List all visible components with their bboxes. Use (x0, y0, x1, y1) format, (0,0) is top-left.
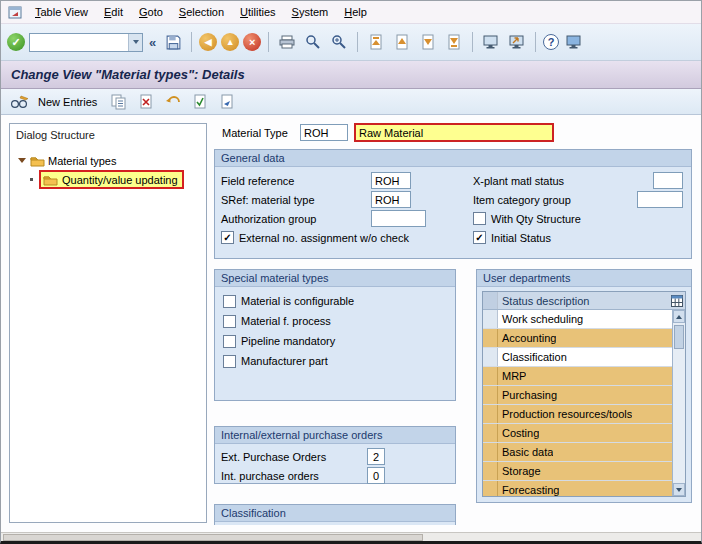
display-change-icon[interactable] (9, 91, 31, 113)
field-reference-field[interactable]: ROH (371, 172, 411, 189)
undo-icon[interactable] (162, 91, 184, 113)
row-selector[interactable] (483, 443, 498, 461)
collapse-icon[interactable]: « (147, 35, 158, 50)
exit-icon[interactable]: ▲ (221, 33, 239, 51)
int-purchase-orders-field[interactable]: 0 (367, 467, 385, 484)
user-department-label[interactable]: Basic data (498, 446, 553, 458)
select-all-column[interactable] (483, 292, 498, 309)
user-department-row[interactable]: Classification (483, 348, 672, 367)
user-department-row[interactable]: Accounting (483, 329, 672, 348)
user-department-label[interactable]: Purchasing (498, 389, 557, 401)
row-selector[interactable] (483, 405, 498, 423)
user-department-row[interactable]: Forecasting (483, 481, 672, 496)
material-type-row: Material Type ROH Raw Material (214, 123, 554, 142)
next-page-icon[interactable] (417, 31, 439, 53)
row-selector[interactable] (483, 481, 498, 496)
user-department-label[interactable]: Accounting (498, 332, 556, 344)
new-entries-button[interactable]: New Entries (36, 94, 103, 110)
user-department-row[interactable]: Purchasing (483, 386, 672, 405)
find-next-icon[interactable] (328, 31, 350, 53)
user-department-row[interactable]: Costing (483, 424, 672, 443)
menu-item[interactable]: Help (336, 3, 375, 21)
menu-item[interactable]: Selection (171, 3, 232, 21)
tree-item-material-types[interactable]: Material types (16, 151, 200, 170)
command-dropdown-icon[interactable] (128, 34, 142, 51)
back-icon[interactable]: ◀ (199, 33, 217, 51)
initial-status-checkbox[interactable]: ✓ (473, 231, 486, 244)
create-shortcut-icon[interactable] (506, 31, 528, 53)
user-department-row[interactable]: Production resources/tools (483, 405, 672, 424)
horizontal-scrollbar[interactable] (1, 532, 701, 542)
item-category-group-field[interactable] (637, 191, 683, 208)
menu-item[interactable]: Utilities (232, 3, 283, 21)
ext-purchase-orders-field[interactable]: 2 (367, 448, 385, 465)
tree-item-label[interactable]: Material types (48, 155, 116, 167)
scroll-up-button[interactable] (673, 310, 685, 323)
scroll-thumb[interactable] (674, 325, 684, 349)
previous-page-icon[interactable] (391, 31, 413, 53)
row-selector[interactable] (483, 329, 498, 347)
initial-status-label: Initial Status (491, 232, 551, 244)
find-icon[interactable] (302, 31, 324, 53)
cancel-icon[interactable]: × (243, 33, 261, 51)
user-department-label[interactable]: MRP (498, 370, 526, 382)
scroll-down-button[interactable] (673, 483, 685, 496)
tree-item-label[interactable]: Quantity/value updating (62, 174, 178, 186)
print-icon[interactable] (276, 31, 298, 53)
tree-selection-highlight[interactable]: Quantity/value updating (39, 170, 184, 189)
last-page-icon[interactable] (443, 31, 465, 53)
user-department-row[interactable]: Basic data (483, 443, 672, 462)
menu-item[interactable]: Edit (96, 3, 131, 21)
row-selector[interactable] (483, 367, 498, 385)
checkbox[interactable] (223, 355, 236, 368)
first-page-icon[interactable] (365, 31, 387, 53)
user-department-label[interactable]: Forecasting (498, 484, 559, 496)
help-icon[interactable]: ? (543, 34, 559, 50)
user-department-row[interactable]: MRP (483, 367, 672, 386)
section-header: User departments (477, 270, 691, 287)
copy-as-icon[interactable] (108, 91, 130, 113)
user-department-label[interactable]: Storage (498, 465, 541, 477)
table-scrollbar[interactable] (672, 310, 685, 496)
user-department-label[interactable]: Costing (498, 427, 539, 439)
select-all-icon[interactable] (189, 91, 211, 113)
enter-icon[interactable]: ✓ (7, 33, 25, 51)
sref-material-type-field[interactable]: ROH (371, 191, 411, 208)
material-type-code-field[interactable]: ROH (300, 124, 348, 141)
command-input[interactable] (30, 34, 128, 51)
table-settings-icon[interactable] (668, 295, 685, 307)
expander-icon[interactable] (18, 158, 26, 163)
checkbox[interactable] (223, 295, 236, 308)
checkbox[interactable] (223, 335, 236, 348)
row-selector[interactable] (483, 424, 498, 442)
toolbar-separator (535, 32, 536, 52)
checkbox[interactable] (223, 315, 236, 328)
row-selector[interactable] (483, 348, 498, 366)
special-material-types-list: Material is configurable Material f. pro… (215, 287, 455, 400)
qty-structure-checkbox[interactable] (473, 212, 486, 225)
row-selector[interactable] (483, 462, 498, 480)
material-type-description-field[interactable]: Raw Material (354, 123, 554, 142)
menu-item[interactable]: System (284, 3, 337, 21)
user-department-row[interactable]: Work scheduling (483, 310, 672, 329)
scroll-thumb[interactable] (3, 534, 423, 541)
row-selector[interactable] (483, 310, 498, 328)
save-icon[interactable] (162, 31, 184, 53)
menu-item[interactable]: Table View (27, 3, 96, 21)
user-department-label[interactable]: Classification (498, 351, 567, 363)
system-menu-icon[interactable] (5, 3, 25, 21)
xplant-status-field[interactable] (653, 172, 683, 189)
toolbar-separator (191, 32, 192, 52)
external-assignment-checkbox[interactable]: ✓ (221, 231, 234, 244)
delete-icon[interactable] (135, 91, 157, 113)
user-department-label[interactable]: Production resources/tools (498, 408, 632, 420)
row-selector[interactable] (483, 386, 498, 404)
user-department-label[interactable]: Work scheduling (498, 313, 583, 325)
authorization-group-field[interactable] (371, 210, 426, 227)
tree-item-quantity-value-updating[interactable]: Quantity/value updating (16, 170, 200, 189)
menu-item[interactable]: Goto (131, 3, 171, 21)
customize-layout-icon[interactable] (563, 31, 585, 53)
new-session-icon[interactable] (480, 31, 502, 53)
user-department-row[interactable]: Storage (483, 462, 672, 481)
deselect-all-icon[interactable] (216, 91, 238, 113)
